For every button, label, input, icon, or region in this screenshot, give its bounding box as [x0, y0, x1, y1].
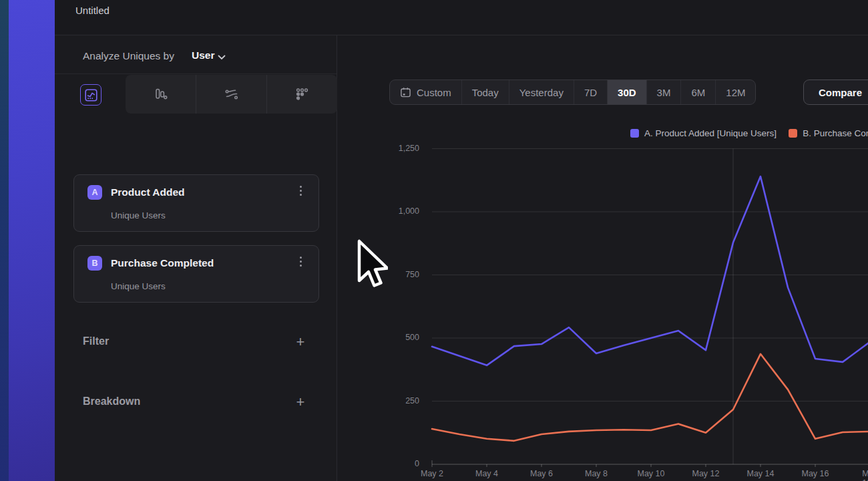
range-button-today[interactable]: Today: [461, 80, 509, 104]
y-tick-label: 250: [377, 396, 419, 406]
legend-swatch-orange: [789, 129, 797, 138]
x-tick-label: May 14: [747, 469, 775, 478]
retention-grid-icon: [295, 88, 309, 102]
legend-swatch-purple: [630, 129, 639, 138]
analyze-uniques-value-dropdown[interactable]: User: [192, 49, 214, 61]
legend-item-a[interactable]: A. Product Added [Unique Users]: [630, 128, 777, 138]
series-line-a[interactable]: [432, 176, 868, 365]
legend-label: B. Purchase Completed [Unique Users]: [803, 128, 868, 138]
legend-item-b[interactable]: B. Purchase Completed [Unique Users]: [789, 128, 868, 138]
analyze-uniques-label: Analyze Uniques by: [83, 50, 174, 62]
y-tick-label: 1,250: [377, 144, 419, 153]
range-button-custom[interactable]: Custom: [390, 80, 461, 104]
x-tick-label: May 12: [692, 469, 720, 478]
legend-label: A. Product Added [Unique Users]: [644, 128, 777, 138]
add-filter-button[interactable]: +: [293, 335, 308, 350]
line-chart-plot-area[interactable]: [374, 144, 868, 478]
date-range-segmented-control: CustomTodayYesterday7D30D3M6M12M: [389, 79, 756, 105]
metric-options-kebab-icon[interactable]: [296, 257, 305, 270]
range-button-12m[interactable]: 12M: [715, 80, 755, 104]
chevron-down-icon[interactable]: [218, 55, 226, 60]
compare-button[interactable]: Compare: [803, 79, 868, 105]
view-tab-group: [126, 75, 337, 114]
x-tick-label: May 6: [530, 469, 553, 478]
range-button-7d[interactable]: 7D: [574, 80, 607, 104]
x-tick-label: May 16: [802, 469, 829, 478]
range-button-yesterday[interactable]: Yesterday: [509, 80, 574, 104]
x-tick-label: May 2: [421, 469, 443, 478]
metric-measurement[interactable]: Unique Users: [111, 281, 166, 291]
y-tick-label: 750: [377, 270, 419, 279]
chart-legend: A. Product Added [Unique Users] B. Purch…: [630, 127, 868, 139]
metric-name[interactable]: Product Added: [111, 186, 185, 198]
tab-insights[interactable]: [80, 84, 101, 106]
breakdown-section-title: Breakdown: [83, 395, 140, 408]
analyze-uniques-row: Analyze Uniques by User: [55, 35, 337, 74]
x-tick-label: May 18: [862, 469, 868, 481]
calendar-icon: [400, 87, 411, 98]
tab-retention[interactable]: [266, 75, 337, 114]
range-button-30d[interactable]: 30D: [607, 80, 646, 104]
range-button-3m[interactable]: 3M: [646, 80, 681, 104]
filter-section-title: Filter: [83, 335, 109, 347]
report-title[interactable]: Untitled: [75, 5, 110, 16]
metric-letter-badge: B: [87, 256, 102, 271]
background-gradient-strip: [0, 0, 55, 481]
x-tick-label: May 8: [585, 469, 608, 478]
metric-card-a[interactable]: A Product Added Unique Users: [73, 174, 319, 232]
y-tick-label: 500: [377, 333, 419, 342]
flows-stream-icon: [224, 87, 239, 102]
metric-name[interactable]: Purchase Completed: [111, 257, 214, 269]
range-button-6m[interactable]: 6M: [680, 80, 715, 104]
y-tick-label: 0: [377, 459, 419, 468]
funnels-bars-icon: [154, 88, 168, 102]
series-line-b[interactable]: [432, 354, 868, 441]
x-tick-label: May 10: [638, 469, 665, 478]
metric-card-b[interactable]: B Purchase Completed Unique Users: [73, 245, 319, 303]
metric-options-kebab-icon[interactable]: [296, 186, 305, 199]
insights-line-chart-icon: [85, 89, 97, 102]
x-tick-label: May 4: [475, 469, 498, 478]
header-bar: Untitled: [55, 0, 868, 35]
tab-flows[interactable]: [196, 75, 266, 114]
y-tick-label: 1,000: [377, 206, 419, 216]
metric-letter-badge: A: [87, 185, 102, 200]
query-sidebar: Analyze Uniques by User: [55, 35, 337, 481]
metric-measurement[interactable]: Unique Users: [111, 210, 166, 220]
add-breakdown-button[interactable]: +: [293, 395, 308, 410]
gradient-edge: [0, 0, 9, 481]
tab-funnels[interactable]: [126, 75, 196, 114]
